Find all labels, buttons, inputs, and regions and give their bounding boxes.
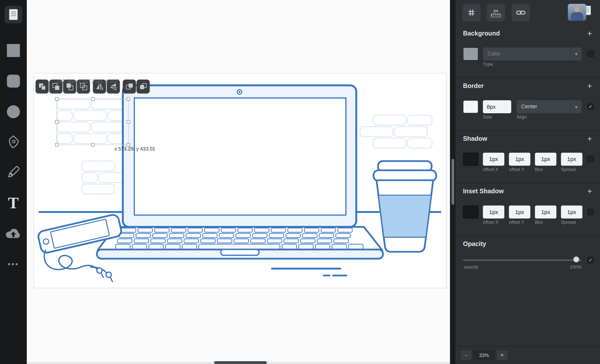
- rectangle-icon: [7, 44, 20, 57]
- cloud-export-tool-button[interactable]: [0, 226, 27, 241]
- opacity-label: opacity: [464, 264, 478, 270]
- ellipse-tool-button[interactable]: [0, 105, 27, 118]
- arrange-group: [123, 80, 150, 93]
- reflection-dashes: [272, 268, 346, 276]
- border-align-label: Align: [516, 114, 527, 120]
- zoom-in-button[interactable]: +: [497, 350, 508, 360]
- inset-shadow-section-header: Inset Shadow +: [463, 185, 594, 197]
- inset-shadow-title: Inset Shadow: [463, 187, 504, 194]
- inset-shadow-spread-input[interactable]: [561, 206, 582, 218]
- add-background-button[interactable]: +: [586, 29, 594, 37]
- selection-handle-bottom-middle[interactable]: [91, 143, 94, 146]
- shadow-enabled-checkbox[interactable]: [587, 156, 594, 162]
- shadow-spread-label: Spread: [561, 167, 576, 172]
- inset-shadow-blur-label: Blur: [535, 220, 543, 225]
- shadow-offset-x-label: offset X: [483, 167, 498, 172]
- opacity-slider-knob[interactable]: [573, 256, 579, 262]
- boolean-union-button[interactable]: [36, 80, 48, 93]
- document-tool-button[interactable]: [0, 6, 27, 23]
- inset-shadow-color-swatch[interactable]: [463, 206, 478, 218]
- zoom-level: 33%: [473, 350, 495, 360]
- document-icon: [4, 6, 22, 23]
- add-shadow-button[interactable]: +: [586, 134, 594, 142]
- more-tools-button[interactable]: •••: [0, 256, 27, 272]
- bring-forward-icon: [126, 83, 133, 90]
- border-align-value: Center: [521, 103, 537, 109]
- link-icon: [516, 9, 526, 16]
- shadow-offset-y-label: offset Y: [509, 167, 524, 172]
- selection-box[interactable]: [57, 99, 129, 145]
- shadow-spread-input[interactable]: [561, 153, 582, 166]
- opacity-slider-track[interactable]: [463, 260, 582, 261]
- coffee-cup[interactable]: [374, 161, 436, 252]
- more-icon: •••: [8, 260, 19, 268]
- inset-shadow-enabled-checkbox[interactable]: [587, 208, 594, 215]
- add-inset-shadow-button[interactable]: +: [586, 187, 594, 195]
- border-enabled-checkbox[interactable]: ✓: [587, 103, 594, 110]
- vertical-scrollbar-thumb[interactable]: [452, 159, 454, 205]
- pen-tool-button[interactable]: [0, 134, 27, 151]
- chevron-down-icon: ▾: [570, 48, 582, 60]
- bring-forward-button[interactable]: [123, 80, 136, 93]
- pencil-icon: [6, 165, 21, 181]
- opacity-section-header: Opacity: [463, 238, 594, 250]
- inset-shadow-offset-y-input[interactable]: [509, 206, 530, 218]
- inset-shadow-offset-x-input[interactable]: [483, 206, 504, 218]
- shadow-color-swatch[interactable]: [463, 153, 478, 166]
- shadow-blur-input[interactable]: [535, 153, 556, 166]
- send-backward-button[interactable]: [136, 80, 150, 93]
- horizontal-scrollbar-thumb[interactable]: [214, 361, 267, 364]
- laptop[interactable]: [97, 85, 383, 258]
- pencil-tool-button[interactable]: [0, 164, 27, 181]
- tool-sidebar: T •••: [0, 0, 27, 364]
- vertical-scrollbar[interactable]: [450, 0, 455, 364]
- units-button[interactable]: px: [487, 4, 505, 21]
- avatar-body: [571, 12, 583, 21]
- section-divider: [455, 236, 600, 236]
- background-color-swatch[interactable]: [463, 48, 478, 60]
- horizontal-scrollbar[interactable]: [27, 361, 450, 364]
- shadow-blur-label: Blur: [535, 167, 543, 172]
- brick-group-left[interactable]: [82, 161, 123, 194]
- chevron-down-icon: ▾: [570, 100, 582, 113]
- background-type-value: Color: [488, 50, 500, 56]
- boolean-union-icon: [38, 83, 46, 90]
- border-align-dropdown[interactable]: Center ▾: [516, 100, 582, 113]
- background-section-header: Background +: [463, 28, 594, 39]
- selection-handle-middle-left[interactable]: [55, 120, 58, 124]
- inspector-panel: px Background + Color ▾ Type Border + Ce…: [455, 0, 600, 364]
- selection-handle-middle-right[interactable]: [127, 120, 130, 124]
- add-border-button[interactable]: +: [586, 82, 594, 90]
- zoom-bar: - 33% +: [455, 346, 600, 364]
- snap-grid-button[interactable]: [462, 4, 480, 21]
- rounded-rectangle-tool-button[interactable]: [0, 74, 27, 88]
- border-color-swatch[interactable]: [463, 100, 478, 113]
- check-icon: ✓: [589, 258, 592, 262]
- inset-shadow-spread-label: Spread: [561, 220, 576, 225]
- rounded-rectangle-icon: [7, 74, 20, 88]
- shadow-offset-x-input[interactable]: [483, 153, 504, 166]
- background-enabled-checkbox[interactable]: [587, 50, 594, 57]
- inset-shadow-blur-input[interactable]: [535, 206, 556, 218]
- opacity-enabled-checkbox[interactable]: ✓: [587, 257, 594, 263]
- link-button[interactable]: [512, 4, 530, 21]
- selection-handle-top-middle[interactable]: [91, 97, 94, 101]
- canvas-area[interactable]: 142.38px x 157.25px ∠ 0.0°: [27, 0, 450, 364]
- selection-handle-bottom-left[interactable]: [55, 143, 58, 146]
- rectangle-tool-button[interactable]: [0, 44, 27, 57]
- opacity-value: 100%: [562, 264, 582, 270]
- brick-group-right[interactable]: [360, 115, 432, 148]
- shadow-offset-y-input[interactable]: [509, 153, 530, 166]
- shadow-section-header: Shadow +: [463, 133, 594, 144]
- avatar[interactable]: [568, 4, 586, 20]
- send-backward-icon: [139, 83, 147, 90]
- inset-shadow-offset-y-label: offset Y: [509, 220, 524, 225]
- zoom-out-button[interactable]: -: [461, 350, 472, 360]
- background-type-dropdown[interactable]: Color ▾: [483, 48, 582, 60]
- avatar-head: [574, 6, 580, 12]
- text-tool-button[interactable]: T: [0, 194, 27, 212]
- selection-handle-top-right[interactable]: [127, 97, 130, 101]
- selection-handle-top-left[interactable]: [55, 97, 58, 101]
- selection-size-label: 142.38px x 157.25px ∠ 0.0°: [57, 78, 119, 84]
- border-size-input[interactable]: [483, 100, 511, 113]
